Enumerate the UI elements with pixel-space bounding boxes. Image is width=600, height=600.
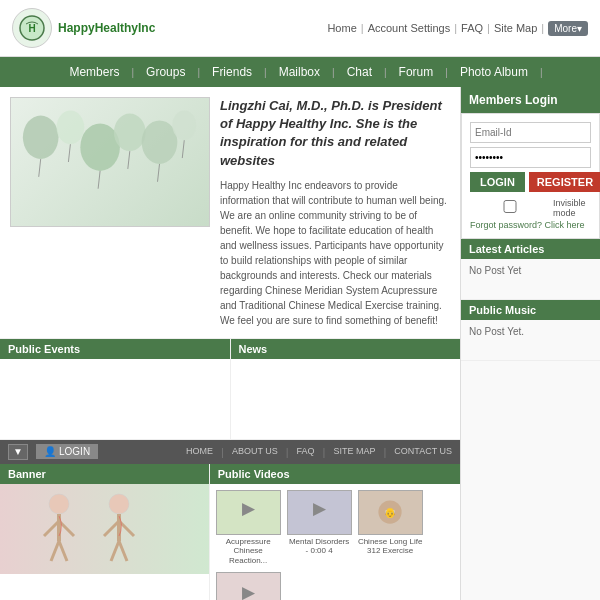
logo-text: HappyHealthyInc — [58, 21, 155, 35]
nav-account-settings[interactable]: Account Settings — [368, 22, 451, 34]
svg-line-16 — [44, 521, 59, 536]
svg-point-4 — [57, 111, 85, 145]
banner-image — [0, 484, 209, 574]
svg-line-5 — [68, 144, 70, 162]
sec-site-map[interactable]: SITE MAP — [333, 446, 375, 458]
video-grid: ▶ Acupressure Chinese Reaction... ▶ M — [210, 484, 460, 600]
sec-faq[interactable]: FAQ — [297, 446, 315, 458]
sec-about-us[interactable]: ABOUT US — [232, 446, 278, 458]
latest-articles-section: Latest Articles No Post Yet — [461, 239, 600, 300]
nav-faq[interactable]: FAQ — [461, 22, 483, 34]
svg-line-9 — [128, 151, 130, 169]
email-input[interactable] — [470, 122, 591, 143]
public-music-section: Public Music No Post Yet. — [461, 300, 600, 361]
banner-header: Banner — [0, 464, 209, 484]
user-icon: 👤 — [44, 446, 56, 457]
register-button[interactable]: REGISTER — [529, 172, 600, 192]
video-thumb-4: ▶ — [216, 572, 281, 600]
forgot-password-link[interactable]: Forgot password? Click here — [470, 220, 585, 230]
sidebar: Members Login LOGIN REGISTER Invisible m… — [460, 87, 600, 600]
svg-text:▶: ▶ — [312, 498, 326, 518]
news-header: News — [231, 339, 461, 359]
login-buttons: LOGIN REGISTER — [470, 172, 591, 192]
video-label-1: Acupressure Chinese Reaction... — [216, 537, 281, 566]
public-videos-section: Public Videos ▶ Acupressure Chinese Reac… — [210, 464, 460, 600]
video-item-3[interactable]: 👴 Chinese Long Life 312 Exercise — [358, 490, 423, 566]
nav-photo-album[interactable]: Photo Album — [448, 57, 540, 87]
svg-line-13 — [182, 140, 184, 158]
svg-point-10 — [142, 120, 178, 164]
video-thumb-2: ▶ — [287, 490, 352, 535]
bottom-wrapper: Banner — [0, 464, 460, 600]
public-videos-header: Public Videos — [210, 464, 460, 484]
invisible-mode-label: Invisible mode — [470, 198, 591, 218]
secondary-nav-bar: ▼ 👤 LOGIN HOME | ABOUT US | FAQ | SITE M… — [0, 440, 460, 464]
hero-image — [10, 97, 210, 227]
video-thumb-3: 👴 — [358, 490, 423, 535]
hero-section: Lingzhi Cai, M.D., Ph.D. is President of… — [0, 87, 460, 339]
public-events-col: Public Events — [0, 339, 231, 439]
svg-line-22 — [104, 521, 119, 536]
nav-site-map[interactable]: Site Map — [494, 22, 537, 34]
svg-line-11 — [158, 164, 160, 182]
content-area: Lingzhi Cai, M.D., Ph.D. is President of… — [0, 87, 460, 600]
main-nav-bar: Members | Groups | Friends | Mailbox | C… — [0, 57, 600, 87]
login-options: Invisible mode Forgot password? Click he… — [470, 198, 591, 230]
video-item-1[interactable]: ▶ Acupressure Chinese Reaction... — [216, 490, 281, 566]
news-col: News — [231, 339, 461, 439]
banner-section: Banner — [0, 464, 210, 600]
top-bar: H HappyHealthyInc Home | Account Setting… — [0, 0, 600, 57]
nav-members[interactable]: Members — [57, 57, 131, 87]
svg-line-18 — [51, 541, 59, 561]
public-music-title: Public Music — [461, 300, 600, 320]
more-button[interactable]: More▾ — [548, 21, 588, 36]
svg-point-6 — [80, 123, 120, 171]
svg-line-24 — [111, 541, 119, 561]
sec-contact-us[interactable]: CONTACT US — [394, 446, 452, 458]
news-content — [231, 359, 461, 439]
login-box: LOGIN REGISTER Invisible mode Forgot pas… — [461, 113, 600, 239]
members-login-header: Members Login — [461, 87, 600, 113]
top-nav: Home | Account Settings | FAQ | Site Map… — [327, 21, 588, 36]
public-events-content — [0, 359, 230, 439]
svg-point-14 — [49, 494, 69, 514]
hero-body: Happy Healthy Inc endeavors to provide i… — [220, 178, 450, 328]
nav-chat[interactable]: Chat — [335, 57, 384, 87]
nav-mailbox[interactable]: Mailbox — [267, 57, 332, 87]
svg-text:H: H — [28, 23, 35, 34]
sec-home[interactable]: HOME — [186, 446, 213, 458]
svg-line-25 — [119, 541, 127, 561]
secondary-right-links: HOME | ABOUT US | FAQ | SITE MAP | CONTA… — [186, 446, 452, 458]
logo: H — [12, 8, 52, 48]
invisible-mode-checkbox[interactable] — [470, 200, 550, 213]
video-thumb-1: ▶ — [216, 490, 281, 535]
login-button[interactable]: LOGIN — [470, 172, 525, 192]
nav-home[interactable]: Home — [327, 22, 356, 34]
latest-articles-content: No Post Yet — [461, 259, 600, 299]
svg-point-2 — [23, 115, 59, 159]
password-input[interactable] — [470, 147, 591, 168]
video-item-4[interactable]: ▶ Lucy's Latwork — [216, 572, 281, 600]
svg-point-8 — [114, 113, 146, 151]
secondary-login[interactable]: 👤 LOGIN — [36, 444, 98, 459]
video-item-2[interactable]: ▶ Mental Disorders - 0:00 4 — [287, 490, 352, 566]
events-news-row: Public Events News — [0, 339, 460, 440]
public-events-header: Public Events — [0, 339, 230, 359]
nav-friends[interactable]: Friends — [200, 57, 264, 87]
hero-text: Lingzhi Cai, M.D., Ph.D. is President of… — [220, 97, 450, 328]
svg-text:▶: ▶ — [241, 581, 255, 600]
nav-forum[interactable]: Forum — [387, 57, 446, 87]
main-wrapper: Lingzhi Cai, M.D., Ph.D. is President of… — [0, 87, 600, 600]
latest-articles-title: Latest Articles — [461, 239, 600, 259]
svg-point-12 — [172, 111, 196, 141]
nav-groups[interactable]: Groups — [134, 57, 197, 87]
logo-area: H HappyHealthyInc — [12, 8, 155, 48]
svg-line-19 — [59, 541, 67, 561]
hero-title: Lingzhi Cai, M.D., Ph.D. is President of… — [220, 97, 450, 170]
expand-button[interactable]: ▼ — [8, 444, 28, 460]
svg-line-7 — [98, 171, 100, 189]
public-music-content: No Post Yet. — [461, 320, 600, 360]
svg-text:▶: ▶ — [241, 498, 255, 518]
svg-line-3 — [39, 159, 41, 177]
video-label-2: Mental Disorders - 0:00 4 — [287, 537, 352, 556]
